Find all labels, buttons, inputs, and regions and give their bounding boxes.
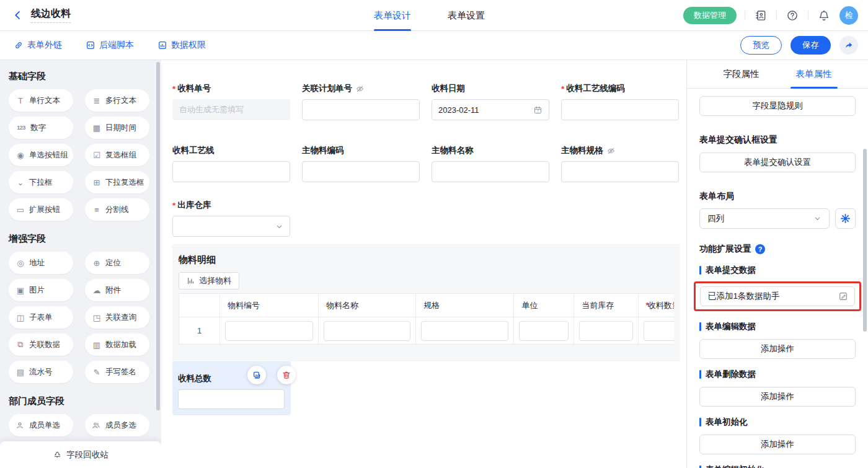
field-pill-radio-group[interactable]: ◉单选按钮组 bbox=[9, 144, 73, 166]
field-pill-number[interactable]: 123数字 bbox=[9, 117, 73, 139]
form-title[interactable]: 线边收料 bbox=[31, 7, 71, 23]
header-tabs: 表单设计 表单设置 bbox=[374, 0, 485, 31]
subform-material-detail[interactable]: 物料明细 选择物料 物料编号 物料名称 规格 单位 bbox=[172, 244, 680, 361]
share-button[interactable] bbox=[839, 36, 858, 55]
backend-script-button[interactable]: 后端脚本 bbox=[86, 40, 134, 51]
layout-settings-button[interactable] bbox=[835, 208, 856, 229]
data-assistant-button[interactable]: 已添加1条数据助手 bbox=[700, 286, 855, 306]
group-form-delete-data: 表单删除数据 bbox=[699, 369, 856, 380]
main-material-code-input[interactable] bbox=[302, 161, 420, 182]
field-pill-image[interactable]: ▣图片 bbox=[9, 279, 73, 301]
field-recycle-bin[interactable]: 字段回收站 bbox=[0, 441, 161, 468]
help-circle-icon[interactable]: ? bbox=[755, 244, 765, 254]
add-action-button-delete[interactable]: 添加操作 bbox=[699, 387, 856, 407]
save-button[interactable]: 保存 bbox=[790, 36, 831, 55]
unit-cell-input[interactable] bbox=[519, 321, 569, 341]
field-pill-linked-data[interactable]: ⧉关联数据 bbox=[9, 333, 73, 356]
warehouse-select[interactable] bbox=[172, 216, 290, 237]
material-code-cell-input[interactable] bbox=[225, 321, 313, 341]
field-receipt-date[interactable]: 收料日期 2023-02-11 7 bbox=[432, 82, 549, 120]
col-current-stock: 当前库存 bbox=[574, 294, 638, 317]
submit-confirm-button[interactable]: 表单提交确认设置 bbox=[699, 152, 856, 172]
panel-scrollbar[interactable] bbox=[863, 149, 867, 332]
process-line-input[interactable] bbox=[172, 161, 290, 182]
field-receipt-no[interactable]: *收料单号 自动生成无需填写 bbox=[172, 82, 290, 120]
user-avatar[interactable]: 检 bbox=[839, 6, 858, 25]
field-pill-checkbox-group[interactable]: ☑复选框组 bbox=[85, 144, 149, 166]
field-pill-dropdown-multi[interactable]: ⊞下拉复选框 bbox=[85, 171, 149, 193]
receipt-no-input[interactable]: 自动生成无需填写 bbox=[172, 99, 290, 120]
field-pill-data-load[interactable]: ▥数据加载 bbox=[85, 333, 149, 356]
eye-off-icon bbox=[355, 84, 365, 94]
field-pill-address[interactable]: ◎地址 bbox=[9, 252, 73, 274]
calendar-icon: 7 bbox=[533, 105, 542, 115]
back-icon[interactable] bbox=[10, 8, 25, 23]
notification-bell-icon[interactable] bbox=[817, 8, 831, 23]
contacts-book-icon[interactable] bbox=[753, 8, 768, 23]
field-main-material-code[interactable]: 主物料编码 bbox=[302, 144, 420, 182]
field-pill-signature[interactable]: ✎手写签名 bbox=[85, 361, 149, 383]
copy-icon bbox=[252, 370, 262, 380]
people-icon bbox=[92, 421, 102, 430]
group-form-submit-data: 表单提交数据 bbox=[699, 265, 856, 276]
receipt-date-input[interactable]: 2023-02-11 7 bbox=[432, 99, 549, 120]
share-arrow-icon bbox=[844, 40, 854, 50]
field-pill-serial-number[interactable]: ▤流水号 bbox=[9, 361, 73, 383]
field-main-material-spec[interactable]: 主物料规格 bbox=[561, 144, 679, 182]
tab-form-settings[interactable]: 表单设置 bbox=[448, 0, 485, 31]
field-pill-member-single[interactable]: 成员单选 bbox=[9, 414, 73, 436]
field-process-line-code[interactable]: *收料工艺线编码 bbox=[561, 82, 679, 120]
help-icon[interactable] bbox=[785, 8, 800, 23]
field-pill-single-line-text[interactable]: T单行文本 bbox=[9, 89, 73, 112]
field-warehouse[interactable]: *出库仓库 bbox=[172, 199, 290, 237]
field-pill-datetime[interactable]: ▦日期时间 bbox=[85, 117, 149, 139]
total-receipt-input[interactable] bbox=[178, 389, 285, 409]
edit-pencil-icon[interactable] bbox=[838, 291, 848, 301]
selected-field-total-receipt[interactable]: 收料总数 bbox=[172, 361, 291, 415]
field-pill-dropdown[interactable]: ⌄下拉框 bbox=[9, 171, 73, 193]
required-mark: * bbox=[561, 84, 564, 94]
tab-form-properties[interactable]: 表单属性 bbox=[796, 60, 832, 88]
table-row: 1 bbox=[179, 317, 675, 345]
tab-form-design[interactable]: 表单设计 bbox=[374, 0, 411, 31]
delete-field-button[interactable] bbox=[277, 366, 296, 384]
preview-button[interactable]: 预览 bbox=[740, 36, 782, 55]
data-manage-button[interactable]: 数据管理 bbox=[683, 7, 737, 24]
layout-select[interactable]: 四列 bbox=[699, 208, 830, 229]
subform-title: 物料明细 bbox=[179, 254, 674, 266]
field-pill-linked-query[interactable]: ◳关联查询 bbox=[85, 306, 149, 329]
copy-field-button[interactable] bbox=[247, 366, 266, 384]
receipt-qty-cell-input[interactable] bbox=[644, 321, 674, 341]
add-action-button-init[interactable]: 添加操作 bbox=[699, 435, 856, 454]
process-line-code-input[interactable] bbox=[561, 99, 679, 120]
select-material-button[interactable]: 选择物料 bbox=[179, 272, 239, 289]
field-pill-subform[interactable]: ◫子表单 bbox=[9, 306, 73, 329]
material-name-cell-input[interactable] bbox=[324, 321, 410, 341]
field-pill-attachment[interactable]: ☁附件 bbox=[85, 279, 149, 301]
linked-query-icon: ◳ bbox=[92, 313, 102, 322]
total-receipt-label: 收料总数 bbox=[178, 373, 291, 384]
field-main-material-name[interactable]: 主物料名称 bbox=[432, 144, 549, 182]
data-permission-button[interactable]: 数据权限 bbox=[157, 40, 206, 51]
spec-cell-input[interactable] bbox=[421, 321, 508, 341]
sidebar-scrollbar[interactable] bbox=[156, 62, 160, 410]
linked-data-icon: ⧉ bbox=[16, 340, 25, 350]
tab-field-properties[interactable]: 字段属性 bbox=[724, 60, 760, 88]
external-link-button[interactable]: 表单外链 bbox=[14, 40, 62, 51]
field-plan-no[interactable]: 关联计划单号 bbox=[302, 82, 420, 120]
field-process-line[interactable]: 收料工艺线 bbox=[172, 144, 290, 182]
field-pill-member-multi[interactable]: 成员多选 bbox=[85, 414, 149, 436]
field-pill-extend-button[interactable]: ▭扩展按钮 bbox=[9, 198, 73, 221]
main-material-spec-input[interactable] bbox=[561, 161, 679, 182]
field-pill-multi-line-text[interactable]: ≣多行文本 bbox=[85, 89, 149, 112]
field-pill-location[interactable]: ⊕定位 bbox=[85, 252, 149, 274]
group-form-init: 表单初始化 bbox=[699, 417, 856, 428]
trash-icon bbox=[281, 370, 291, 380]
plan-no-input[interactable] bbox=[302, 99, 420, 120]
main-material-name-input[interactable] bbox=[432, 161, 549, 182]
checkbox-icon: ☑ bbox=[92, 151, 102, 160]
add-action-button-edit[interactable]: 添加操作 bbox=[699, 339, 856, 359]
field-pill-divider[interactable]: ≡分割线 bbox=[85, 198, 149, 221]
current-stock-cell-input[interactable] bbox=[579, 321, 632, 341]
field-visibility-rules-button[interactable]: 字段显隐规则 bbox=[699, 96, 856, 116]
